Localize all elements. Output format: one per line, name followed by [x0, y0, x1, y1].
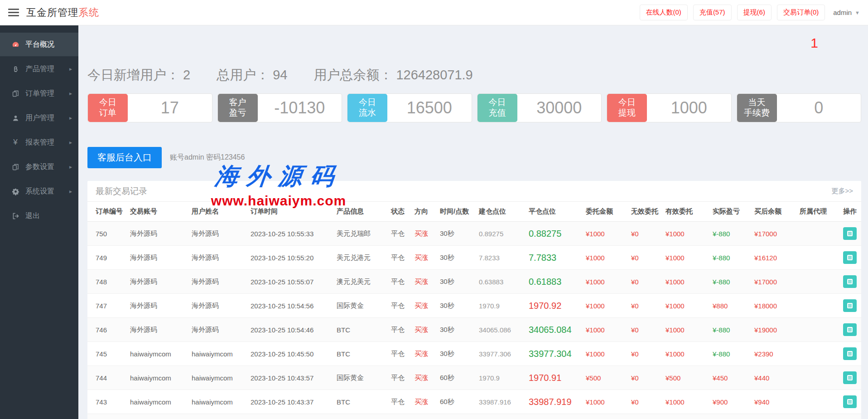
- table-row: 742haiwaiymcomhaiwaiymcom2023-10-25 10:4…: [87, 414, 861, 419]
- card-value: 1000: [647, 94, 731, 122]
- sidebar-item-平台概况[interactable]: 平台概况: [0, 33, 78, 56]
- sidebar-item-退出[interactable]: 退出: [0, 204, 78, 228]
- cell-text: 买涨: [415, 302, 428, 309]
- cell-invalid: ¥0: [627, 294, 662, 318]
- chevron-right-icon: ▸: [69, 188, 72, 195]
- cell-id: 742: [87, 414, 126, 419]
- cell-text: 1970.9: [479, 302, 500, 310]
- cell-agent: [796, 222, 839, 246]
- cell-text: 平仓: [391, 302, 405, 309]
- card-label: 今日 订单: [88, 94, 128, 122]
- summary-card: 今日 充值30000: [477, 93, 602, 122]
- table-row: 745haiwaiymcomhaiwaiymcom2023-10-25 10:4…: [87, 342, 861, 366]
- order-detail-button[interactable]: [843, 275, 857, 288]
- cell-invalid: ¥0: [627, 222, 662, 246]
- table-row: 750海外源码海外源码2023-10-25 10:55:33美元兑瑞郎平仓买涨3…: [87, 222, 861, 246]
- cell-invalid: ¥0: [627, 390, 662, 414]
- header-button-3[interactable]: 交易订单(0): [777, 5, 825, 20]
- cell-text: 1970.9: [479, 374, 500, 382]
- sidebar-item-系统设置[interactable]: 系统设置▸: [0, 180, 78, 203]
- header-button-1[interactable]: 充值(57): [693, 5, 732, 20]
- cell-open: 0.63883: [475, 270, 525, 294]
- cell-pl: ¥450: [709, 366, 751, 390]
- summary-card: 今日 订单17: [87, 93, 212, 122]
- cell-close: 33977.304: [525, 342, 582, 366]
- app-title: 互金所管理系统: [26, 6, 99, 19]
- column-header: 用户姓名: [188, 202, 247, 222]
- sidebar-item-报表管理[interactable]: ¥报表管理▸: [0, 131, 78, 154]
- cell-text: ¥0: [631, 374, 639, 382]
- cell-valid: ¥1000: [662, 342, 709, 366]
- cell-open: 0.89275: [475, 222, 525, 246]
- header-button-2[interactable]: 提现(6): [737, 5, 772, 20]
- order-detail-button[interactable]: [843, 323, 857, 336]
- card-value: 17: [128, 94, 212, 122]
- cell-duration: 60秒: [436, 414, 475, 419]
- order-detail-button[interactable]: [843, 227, 857, 240]
- cell-text: 国际黄金: [337, 302, 364, 309]
- cell-text: 0.89275: [479, 230, 503, 238]
- card-value: 0: [777, 94, 861, 122]
- cell-balance: ¥17000: [751, 270, 796, 294]
- column-header: 方向: [411, 202, 436, 222]
- cell-balance: ¥18000: [751, 294, 796, 318]
- sidebar-item-label: 产品管理: [25, 64, 54, 74]
- more-link[interactable]: 更多>>: [831, 187, 853, 195]
- cell-text: 33987.919: [529, 397, 572, 407]
- cell-valid: ¥1000: [662, 318, 709, 342]
- cell-text: 60秒: [440, 398, 454, 405]
- cell-name: 海外源码: [188, 246, 247, 270]
- cell-text: 2023-10-25 10:43:37: [251, 398, 313, 406]
- cell-direction: 买涨: [411, 318, 436, 342]
- cell-action: [839, 294, 861, 318]
- cell-balance: ¥2390: [751, 342, 796, 366]
- table-row: 746海外源码海外源码2023-10-25 10:54:46BTC平仓买涨30秒…: [87, 318, 861, 342]
- summary-card: 当天 手续费0: [737, 93, 862, 122]
- order-detail-button[interactable]: [843, 371, 857, 384]
- sidebar-item-产品管理[interactable]: 产品管理▸: [0, 57, 78, 81]
- stat-item: 总用户：94: [217, 66, 287, 84]
- cell-text: 国际黄金: [337, 374, 364, 381]
- cell-text: 海外源码: [192, 278, 219, 285]
- cell-text: 买涨: [415, 374, 428, 381]
- cell-text: 30秒: [440, 278, 454, 285]
- cell-product: BTC: [333, 342, 387, 366]
- order-detail-button[interactable]: [843, 395, 857, 408]
- cell-account: 海外源码: [126, 222, 188, 246]
- cell-invalid: ¥0: [627, 270, 662, 294]
- cell-text: 30秒: [440, 326, 454, 333]
- cell-valid: ¥1000: [662, 246, 709, 270]
- cell-text: 60秒: [440, 374, 454, 381]
- cell-time: 2023-10-25 10:45:50: [247, 342, 333, 366]
- chevron-right-icon: ▸: [69, 164, 72, 170]
- cell-text: 海外源码: [192, 253, 219, 261]
- order-detail-button[interactable]: [843, 347, 857, 360]
- sidebar-item-参数设置[interactable]: 参数设置▸: [0, 155, 78, 179]
- cell-text: 海外源码: [130, 302, 157, 309]
- cell-balance: ¥19000: [751, 318, 796, 342]
- stat-item: 今日新增用户：2: [87, 66, 190, 84]
- column-header: 产品信息: [333, 202, 387, 222]
- cell-text: ¥1000: [586, 326, 605, 334]
- sidebar-item-用户管理[interactable]: 用户管理▸: [0, 106, 78, 130]
- user-menu[interactable]: admin ▼: [833, 9, 860, 16]
- main-content: 1 今日新增用户：2总用户：94用户总余额：126428071.9 今日 订单1…: [78, 25, 868, 419]
- cell-open: 33987.916: [475, 390, 525, 414]
- sidebar-item-label: 系统设置: [25, 187, 54, 196]
- order-detail-button[interactable]: [843, 251, 857, 264]
- cell-text: ¥1000: [586, 278, 605, 286]
- cell-text: BTC: [337, 326, 350, 334]
- service-backend-button[interactable]: 客服后台入口: [87, 147, 162, 168]
- sidebar-item-订单管理[interactable]: 订单管理▸: [0, 82, 78, 105]
- order-detail-button[interactable]: [843, 299, 857, 312]
- cell-entrust: ¥1000: [582, 246, 627, 270]
- cell-text: 买涨: [415, 350, 428, 357]
- hamburger-menu-icon[interactable]: [8, 9, 19, 16]
- header-button-0[interactable]: 在线人数(0): [640, 5, 688, 20]
- cell-text: haiwaiymcom: [130, 398, 171, 406]
- cell-text: 749: [96, 254, 107, 262]
- cell-agent: [796, 294, 839, 318]
- cell-id: 746: [87, 318, 126, 342]
- column-header: 时间/点数: [436, 202, 475, 222]
- cell-duration: 30秒: [436, 342, 475, 366]
